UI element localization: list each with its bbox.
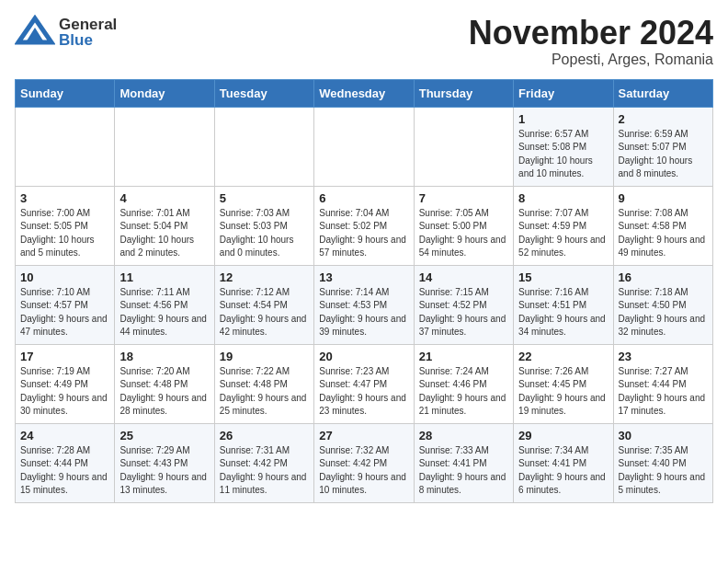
calendar-cell: 28Sunrise: 7:33 AM Sunset: 4:41 PM Dayli…: [414, 423, 513, 502]
day-info: Sunrise: 7:16 AM Sunset: 4:51 PM Dayligh…: [518, 286, 608, 339]
day-number: 27: [319, 429, 408, 442]
logo: General Blue: [15, 15, 117, 50]
day-info: Sunrise: 7:14 AM Sunset: 4:53 PM Dayligh…: [319, 286, 408, 339]
day-info: Sunrise: 7:01 AM Sunset: 5:04 PM Dayligh…: [119, 207, 209, 260]
calendar-cell: 22Sunrise: 7:26 AM Sunset: 4:45 PM Dayli…: [514, 344, 613, 423]
day-number: 19: [220, 350, 309, 363]
calendar-cell: 12Sunrise: 7:12 AM Sunset: 4:54 PM Dayli…: [214, 265, 313, 344]
header-day-monday: Monday: [115, 79, 214, 107]
day-number: 21: [419, 350, 508, 363]
logo-general-text: General: [59, 17, 117, 32]
calendar-cell: 23Sunrise: 7:27 AM Sunset: 4:44 PM Dayli…: [613, 344, 712, 423]
day-info: Sunrise: 6:57 AM Sunset: 5:08 PM Dayligh…: [518, 128, 608, 181]
day-number: 30: [619, 429, 708, 442]
day-number: 6: [319, 191, 408, 205]
day-number: 28: [419, 429, 508, 442]
day-number: 17: [20, 350, 109, 363]
day-info: Sunrise: 7:28 AM Sunset: 4:44 PM Dayligh…: [20, 444, 109, 498]
day-number: 29: [518, 429, 608, 442]
day-info: Sunrise: 7:03 AM Sunset: 5:03 PM Dayligh…: [220, 207, 309, 260]
calendar-cell: 2Sunrise: 6:59 AM Sunset: 5:07 PM Daylig…: [613, 107, 712, 186]
calendar-cell: 29Sunrise: 7:34 AM Sunset: 4:41 PM Dayli…: [514, 423, 613, 502]
calendar-cell: [314, 107, 414, 186]
calendar-cell: 15Sunrise: 7:16 AM Sunset: 4:51 PM Dayli…: [514, 265, 613, 344]
header-day-thursday: Thursday: [414, 79, 513, 107]
day-number: 15: [518, 270, 608, 284]
title-area: November 2024 Popesti, Arges, Romania: [469, 15, 713, 68]
week-row-3: 17Sunrise: 7:19 AM Sunset: 4:49 PM Dayli…: [16, 344, 713, 423]
day-number: 3: [20, 191, 109, 205]
header: General Blue November 2024 Popesti, Arge…: [15, 15, 713, 68]
header-row: SundayMondayTuesdayWednesdayThursdayFrid…: [16, 79, 713, 107]
day-number: 20: [319, 350, 408, 363]
calendar-cell: 4Sunrise: 7:01 AM Sunset: 5:04 PM Daylig…: [115, 186, 214, 265]
day-info: Sunrise: 7:07 AM Sunset: 4:59 PM Dayligh…: [518, 207, 608, 260]
calendar-cell: 24Sunrise: 7:28 AM Sunset: 4:44 PM Dayli…: [16, 423, 115, 502]
day-number: 25: [119, 429, 209, 442]
header-day-saturday: Saturday: [613, 79, 712, 107]
day-number: 1: [518, 112, 608, 126]
general-blue-icon: [15, 15, 55, 50]
day-info: Sunrise: 7:22 AM Sunset: 4:48 PM Dayligh…: [220, 365, 309, 419]
week-row-4: 24Sunrise: 7:28 AM Sunset: 4:44 PM Dayli…: [16, 423, 713, 502]
day-number: 8: [518, 191, 608, 205]
calendar-cell: [214, 107, 313, 186]
calendar-cell: 21Sunrise: 7:24 AM Sunset: 4:46 PM Dayli…: [414, 344, 513, 423]
calendar-cell: 10Sunrise: 7:10 AM Sunset: 4:57 PM Dayli…: [16, 265, 115, 344]
day-info: Sunrise: 6:59 AM Sunset: 5:07 PM Dayligh…: [619, 128, 708, 181]
calendar-cell: 19Sunrise: 7:22 AM Sunset: 4:48 PM Dayli…: [214, 344, 313, 423]
day-info: Sunrise: 7:34 AM Sunset: 4:41 PM Dayligh…: [518, 444, 608, 498]
logo-label: General Blue: [59, 17, 117, 48]
day-number: 24: [20, 429, 109, 442]
calendar-body: 1Sunrise: 6:57 AM Sunset: 5:08 PM Daylig…: [16, 107, 713, 502]
logo-blue-text: Blue: [59, 32, 117, 48]
day-number: 23: [619, 350, 708, 363]
day-number: 2: [619, 112, 708, 126]
day-info: Sunrise: 7:12 AM Sunset: 4:54 PM Dayligh…: [220, 286, 309, 339]
header-day-tuesday: Tuesday: [214, 79, 313, 107]
calendar-cell: [16, 107, 115, 186]
day-info: Sunrise: 7:04 AM Sunset: 5:02 PM Dayligh…: [319, 207, 408, 260]
calendar-cell: [115, 107, 214, 186]
day-number: 16: [619, 270, 708, 284]
day-number: 12: [220, 270, 309, 284]
calendar-cell: 1Sunrise: 6:57 AM Sunset: 5:08 PM Daylig…: [514, 107, 613, 186]
day-number: 26: [220, 429, 309, 442]
day-number: 7: [419, 191, 508, 205]
day-info: Sunrise: 7:24 AM Sunset: 4:46 PM Dayligh…: [419, 365, 508, 419]
calendar-cell: 6Sunrise: 7:04 AM Sunset: 5:02 PM Daylig…: [314, 186, 414, 265]
calendar-cell: 30Sunrise: 7:35 AM Sunset: 4:40 PM Dayli…: [613, 423, 712, 502]
week-row-2: 10Sunrise: 7:10 AM Sunset: 4:57 PM Dayli…: [16, 265, 713, 344]
day-info: Sunrise: 7:08 AM Sunset: 4:58 PM Dayligh…: [619, 207, 708, 260]
calendar-table: SundayMondayTuesdayWednesdayThursdayFrid…: [15, 79, 713, 503]
day-info: Sunrise: 7:27 AM Sunset: 4:44 PM Dayligh…: [619, 365, 708, 419]
day-number: 18: [119, 350, 209, 363]
day-info: Sunrise: 7:26 AM Sunset: 4:45 PM Dayligh…: [518, 365, 608, 419]
calendar-cell: 8Sunrise: 7:07 AM Sunset: 4:59 PM Daylig…: [514, 186, 613, 265]
day-info: Sunrise: 7:35 AM Sunset: 4:40 PM Dayligh…: [619, 444, 708, 498]
day-info: Sunrise: 7:33 AM Sunset: 4:41 PM Dayligh…: [419, 444, 508, 498]
day-info: Sunrise: 7:11 AM Sunset: 4:56 PM Dayligh…: [119, 286, 209, 339]
calendar-cell: 11Sunrise: 7:11 AM Sunset: 4:56 PM Dayli…: [115, 265, 214, 344]
day-info: Sunrise: 7:05 AM Sunset: 5:00 PM Dayligh…: [419, 207, 508, 260]
header-day-wednesday: Wednesday: [314, 79, 414, 107]
location-subtitle: Popesti, Arges, Romania: [469, 52, 713, 68]
calendar-header: SundayMondayTuesdayWednesdayThursdayFrid…: [16, 79, 713, 107]
day-number: 14: [419, 270, 508, 284]
header-day-sunday: Sunday: [16, 79, 115, 107]
header-day-friday: Friday: [514, 79, 613, 107]
calendar-cell: 20Sunrise: 7:23 AM Sunset: 4:47 PM Dayli…: [314, 344, 414, 423]
day-number: 22: [518, 350, 608, 363]
day-info: Sunrise: 7:23 AM Sunset: 4:47 PM Dayligh…: [319, 365, 408, 419]
calendar-cell: 14Sunrise: 7:15 AM Sunset: 4:52 PM Dayli…: [414, 265, 513, 344]
week-row-0: 1Sunrise: 6:57 AM Sunset: 5:08 PM Daylig…: [16, 107, 713, 186]
calendar-cell: 5Sunrise: 7:03 AM Sunset: 5:03 PM Daylig…: [214, 186, 313, 265]
day-info: Sunrise: 7:15 AM Sunset: 4:52 PM Dayligh…: [419, 286, 508, 339]
week-row-1: 3Sunrise: 7:00 AM Sunset: 5:05 PM Daylig…: [16, 186, 713, 265]
day-info: Sunrise: 7:19 AM Sunset: 4:49 PM Dayligh…: [20, 365, 109, 419]
day-info: Sunrise: 7:10 AM Sunset: 4:57 PM Dayligh…: [20, 286, 109, 339]
day-number: 9: [619, 191, 708, 205]
calendar-cell: 16Sunrise: 7:18 AM Sunset: 4:50 PM Dayli…: [613, 265, 712, 344]
day-number: 4: [119, 191, 209, 205]
calendar-cell: 25Sunrise: 7:29 AM Sunset: 4:43 PM Dayli…: [115, 423, 214, 502]
